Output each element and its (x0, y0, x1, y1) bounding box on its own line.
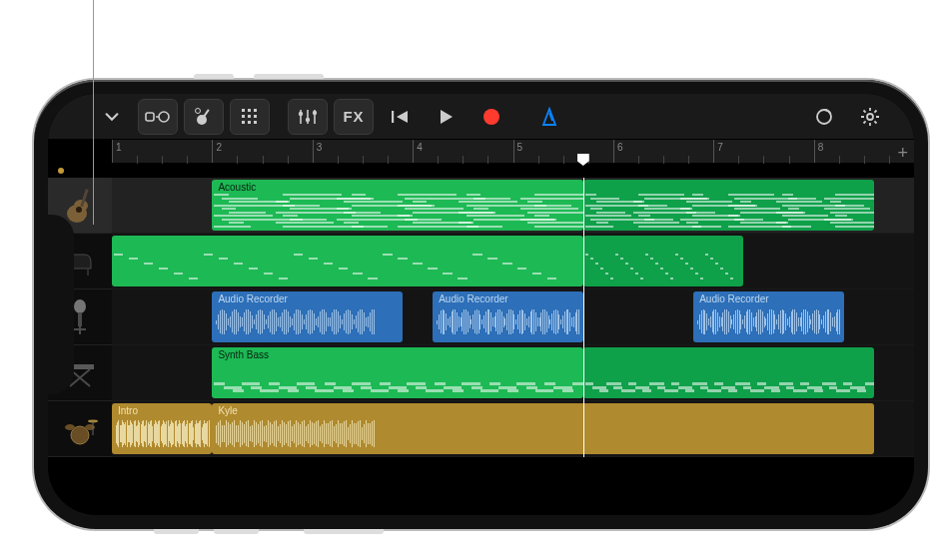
svg-rect-0 (146, 113, 154, 121)
play-button[interactable] (426, 99, 466, 135)
ruler-bar-number: 2 (216, 142, 222, 153)
region-label: Synth Bass (218, 349, 269, 360)
svg-rect-5 (242, 109, 245, 112)
loop-icon (814, 107, 834, 127)
tracks-area: AcousticAudio RecorderAudio RecorderAudi… (48, 178, 914, 457)
svg-rect-20 (392, 111, 394, 123)
svg-rect-6 (248, 109, 251, 112)
metronome-icon (539, 107, 559, 127)
ruler-bar-number: 5 (517, 142, 523, 153)
fx-icon: FX (343, 108, 364, 125)
browser-icon (145, 109, 171, 125)
drum-kit-icon (61, 413, 99, 445)
settings-button[interactable] (850, 99, 890, 135)
region[interactable]: Intro (112, 403, 212, 454)
region[interactable]: Synth Bass (212, 347, 582, 398)
gear-icon (860, 107, 880, 127)
svg-rect-38 (87, 269, 89, 276)
fx-button[interactable]: FX (334, 99, 374, 135)
svg-point-2 (197, 115, 207, 125)
ruler-bar-number: 7 (717, 142, 723, 153)
region[interactable] (583, 347, 874, 398)
metronome-button[interactable] (529, 99, 569, 135)
svg-point-1 (159, 112, 169, 122)
region[interactable]: Acoustic (212, 180, 582, 231)
my-songs-button[interactable] (92, 99, 132, 135)
svg-point-17 (299, 111, 303, 115)
chevron-down-icon (103, 108, 121, 126)
region-label: Audio Recorder (699, 293, 768, 304)
region[interactable] (112, 236, 583, 286)
track-controls-button[interactable] (288, 99, 328, 135)
svg-line-29 (864, 110, 866, 112)
rewind-icon (390, 109, 410, 125)
toolbar: FX (48, 94, 914, 140)
acoustic-guitar-icon (63, 186, 97, 226)
svg-rect-9 (248, 115, 251, 118)
svg-point-19 (313, 110, 317, 114)
region-label: Intro (118, 405, 138, 416)
region[interactable]: Kyle (212, 403, 873, 454)
record-button[interactable] (471, 99, 511, 135)
tracks-grid-button[interactable] (230, 99, 270, 135)
svg-line-31 (864, 121, 866, 123)
screen: FX + 12345678 AcousticAudio RecorderAudi… (48, 94, 914, 515)
ruler-bar-number: 6 (617, 142, 623, 153)
track-lane[interactable]: Acoustic (112, 178, 914, 234)
section-marker[interactable] (58, 168, 64, 174)
svg-point-18 (306, 117, 310, 121)
svg-line-32 (874, 110, 876, 112)
svg-point-4 (196, 108, 201, 113)
svg-rect-13 (254, 121, 257, 124)
svg-line-30 (874, 121, 876, 123)
ruler-bar-number: 3 (317, 142, 323, 153)
svg-point-45 (65, 424, 75, 430)
add-section-button[interactable]: + (897, 143, 908, 164)
ruler-bar-number: 1 (116, 142, 122, 153)
svg-point-35 (76, 207, 82, 213)
record-icon (482, 108, 500, 126)
svg-rect-8 (242, 115, 245, 118)
track-lane[interactable]: IntroKyle (112, 401, 914, 457)
svg-rect-7 (254, 109, 257, 112)
rewind-button[interactable] (380, 99, 420, 135)
svg-point-39 (74, 299, 86, 313)
svg-rect-10 (254, 115, 257, 118)
region[interactable]: Audio Recorder (693, 291, 844, 342)
region-label: Acoustic (218, 182, 256, 193)
section-row (112, 164, 914, 178)
instrument-button[interactable] (184, 99, 224, 135)
region[interactable]: Audio Recorder (433, 291, 583, 342)
track-lane[interactable]: Audio RecorderAudio RecorderAudio Record… (112, 289, 914, 345)
device-frame: FX + 12345678 AcousticAudio RecorderAudi… (34, 80, 928, 529)
device-notch (48, 215, 74, 394)
track-lanes[interactable]: AcousticAudio RecorderAudio RecorderAudi… (112, 178, 914, 457)
track-header-drums[interactable] (48, 401, 112, 457)
play-icon (438, 109, 454, 125)
svg-rect-40 (78, 312, 82, 326)
region[interactable]: Audio Recorder (212, 291, 403, 342)
mixer-icon (297, 108, 319, 126)
region-label: Kyle (218, 405, 237, 416)
ruler-bar-number: 4 (417, 142, 423, 153)
region-label: Audio Recorder (218, 293, 287, 304)
region-label: Audio Recorder (439, 293, 507, 304)
region[interactable] (583, 180, 874, 231)
svg-rect-12 (248, 121, 251, 124)
timeline-ruler[interactable]: + 12345678 (112, 140, 914, 164)
svg-rect-11 (242, 121, 245, 124)
guitar-icon (194, 107, 214, 127)
track-lane[interactable] (112, 234, 914, 289)
browser-button[interactable] (138, 99, 178, 135)
svg-point-21 (483, 109, 499, 125)
region[interactable] (583, 236, 744, 286)
grid-icon (241, 108, 259, 126)
ruler-bar-number: 8 (818, 142, 824, 153)
loop-browser-button[interactable] (804, 99, 844, 135)
callout-line (93, 0, 94, 225)
track-lane[interactable]: Synth Bass (112, 345, 914, 401)
svg-point-24 (867, 114, 873, 120)
